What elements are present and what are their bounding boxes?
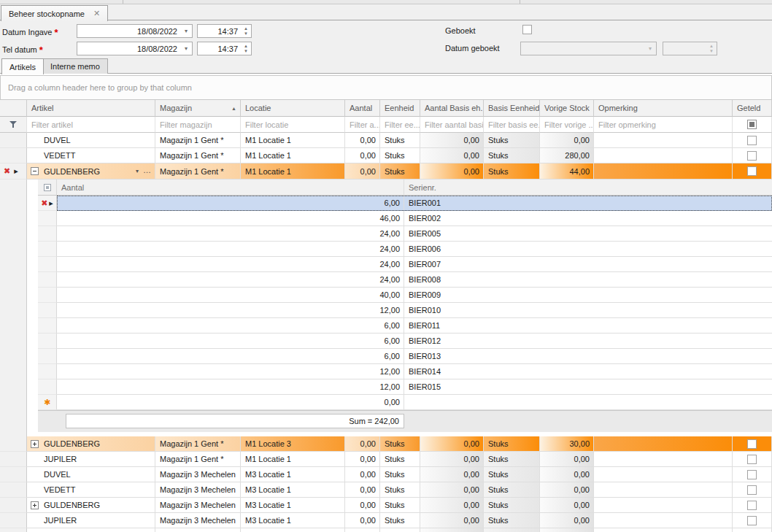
cell-vorige-stock[interactable]: 0,00 (540, 133, 594, 148)
filter-magazijn-input[interactable]: Filter magazijn (155, 117, 241, 133)
cell-geteld[interactable] (733, 163, 772, 180)
cell-detail-aantal[interactable]: 24,00 (57, 272, 404, 288)
cell-geteld[interactable] (733, 528, 772, 532)
cell-basis-eenheid[interactable]: Stuks (484, 513, 540, 528)
filter-geteld-button[interactable] (733, 117, 772, 133)
geteld-checkbox[interactable] (747, 485, 757, 495)
cell-detail-serienr[interactable]: BIER009 (404, 288, 772, 303)
column-header-artikel[interactable]: Artikel (27, 100, 155, 117)
cell-vorige-stock[interactable]: 0,00 (540, 513, 594, 528)
cell-detail-aantal[interactable]: 24,00 (57, 257, 404, 272)
cell-artikel[interactable]: JUPILER (27, 513, 155, 528)
cell-aantal[interactable]: 0,00 (345, 482, 380, 498)
cell-basis-eenheid[interactable]: Stuks (484, 148, 540, 163)
cell-artikel[interactable]: GULDENBERG▾… (27, 163, 155, 180)
datum-ingave-date-field[interactable]: 18/08/2022 ▾ (77, 24, 193, 38)
cell-detail-serienr[interactable]: BIER002 (404, 211, 772, 226)
cell-magazijn[interactable]: Magazijn 3 Mechelen (155, 513, 241, 528)
cell-detail-aantal[interactable]: 6,00 (57, 334, 404, 349)
detail-row[interactable]: 24,00BIER008 (0, 272, 772, 288)
cell-geteld[interactable] (733, 482, 772, 498)
column-header-opmerking[interactable]: Opmerking (594, 100, 733, 117)
cell-geteld[interactable] (733, 513, 772, 528)
table-row[interactable]: ✖▸GULDENBERG▾…Magazijn 1 Gent *M1 Locati… (0, 163, 772, 180)
cell-eenheid[interactable]: Stuks (380, 467, 420, 482)
detail-row[interactable]: 24,00BIER007 (0, 257, 772, 272)
column-header-basis-eenheid[interactable]: Basis Eenheid (484, 100, 540, 117)
cell-detail-aantal[interactable]: 24,00 (57, 242, 404, 257)
geteld-checkbox[interactable] (747, 136, 757, 145)
detail-row[interactable]: 12,00BIER015 (0, 379, 772, 395)
filter-locatie-input[interactable]: Filter locatie (241, 117, 345, 133)
cell-geteld[interactable] (733, 467, 772, 482)
cell-artikel[interactable]: DUVEL (27, 467, 155, 482)
table-row[interactable]: DUVELMagazijn 1 Gent *M1 Locatie 10,00St… (0, 133, 772, 148)
detail-row[interactable]: 6,00BIER012 (0, 334, 772, 349)
detail-new-row[interactable]: ✱0,00 (0, 395, 772, 410)
geteld-checkbox[interactable] (747, 516, 757, 525)
cell-vorige-stock[interactable]: 0,00 (540, 467, 594, 482)
cell-aantal[interactable]: 0,00 (345, 163, 380, 180)
cell-geteld[interactable] (733, 436, 772, 452)
tel-datum-date-field[interactable]: 18/08/2022 ▾ (77, 42, 193, 55)
column-header-eenheid[interactable]: Eenheid (380, 100, 420, 117)
cell-detail-serienr[interactable]: BIER013 (404, 349, 772, 364)
cell-opmerking[interactable] (594, 467, 733, 482)
cell-detail-aantal[interactable]: 6,00 (57, 349, 404, 364)
geteld-checkbox[interactable] (747, 470, 757, 479)
cell-detail-aantal[interactable]: 6,00 (57, 196, 404, 211)
cell-artikel[interactable]: VEDETT (27, 148, 155, 163)
detail-column-header-aantal[interactable]: Aantal (57, 180, 404, 196)
column-header-aantal-basis[interactable]: Aantal Basis eh. (420, 100, 484, 117)
cell-artikel[interactable]: DUVEL (27, 133, 155, 148)
table-row[interactable]: JUPILERMagazijn 1 Gent *M1 Locatie 10,00… (0, 452, 772, 467)
cell-locatie[interactable] (241, 528, 345, 532)
detail-row[interactable]: ✖▸6,00BIER001 (0, 196, 772, 211)
cell-artikel[interactable] (27, 528, 155, 532)
cell-detail-serienr[interactable]: BIER011 (404, 318, 772, 334)
table-row[interactable]: VEDETTMagazijn 3 MechelenM3 Locatie 10,0… (0, 482, 772, 498)
cell-eenheid[interactable]: Stuks (380, 148, 420, 163)
datum-ingave-time-field[interactable]: 14:37 ▲▼ (197, 24, 252, 38)
cell-aantal[interactable]: 0,00 (345, 148, 380, 163)
cell-eenheid[interactable]: Stuks (380, 513, 420, 528)
detail-row[interactable]: 6,00BIER013 (0, 349, 772, 364)
cell-vorige-stock[interactable]: 0,00 (540, 482, 594, 498)
filter-vorige-stock-input[interactable]: Filter vorige ... (540, 117, 594, 133)
cell-locatie[interactable]: M3 Locatie 1 (241, 513, 345, 528)
cell-aantal[interactable]: 0,00 (345, 513, 380, 528)
collapse-icon[interactable] (31, 167, 39, 175)
cell-aantal[interactable]: 0,00 (345, 133, 380, 148)
detail-column-header-serienr[interactable]: Serienr. (404, 180, 772, 196)
cell-locatie[interactable]: M3 Locatie 1 (241, 467, 345, 482)
detail-row[interactable]: 24,00BIER005 (0, 226, 772, 242)
detail-row[interactable]: 6,00BIER011 (0, 318, 772, 334)
cell-detail-serienr[interactable]: BIER015 (404, 379, 772, 395)
cell-aantal-basis[interactable]: 0,00 (420, 163, 484, 180)
cell-detail-serienr[interactable]: BIER005 (404, 226, 772, 242)
detail-row[interactable]: 46,00BIER002 (0, 211, 772, 226)
cell-basis-eenheid[interactable]: Stuks (484, 163, 540, 180)
cell-detail-serienr[interactable]: BIER008 (404, 272, 772, 288)
cell-detail-serienr[interactable]: BIER010 (404, 303, 772, 318)
geteld-checkbox[interactable] (747, 439, 757, 449)
geteld-checkbox[interactable] (747, 501, 757, 510)
cell-locatie[interactable]: M3 Locatie 1 (241, 498, 345, 513)
cell-basis-eenheid[interactable]: Stuks (484, 133, 540, 148)
column-header-locatie[interactable]: Locatie (241, 100, 345, 117)
cell-detail-aantal[interactable]: 24,00 (57, 226, 404, 242)
cell-opmerking[interactable] (594, 133, 733, 148)
cell-artikel[interactable]: GULDENBERG (27, 498, 155, 513)
cell-eenheid[interactable]: Stuks (380, 163, 420, 180)
cell-geteld[interactable] (733, 498, 772, 513)
cell-vorige-stock[interactable] (540, 528, 594, 532)
cell-eenheid[interactable]: Stuks (380, 133, 420, 148)
cell-opmerking[interactable] (594, 148, 733, 163)
cell-magazijn[interactable] (155, 528, 241, 532)
cell-magazijn[interactable]: Magazijn 3 Mechelen (155, 482, 241, 498)
tab-interne-memo[interactable]: Interne memo (42, 58, 108, 74)
cell-aantal[interactable] (345, 528, 380, 532)
cell-detail-serienr[interactable] (404, 395, 772, 410)
cell-locatie[interactable]: M1 Locatie 1 (241, 133, 345, 148)
cell-aantal-basis[interactable]: 0,00 (420, 148, 484, 163)
